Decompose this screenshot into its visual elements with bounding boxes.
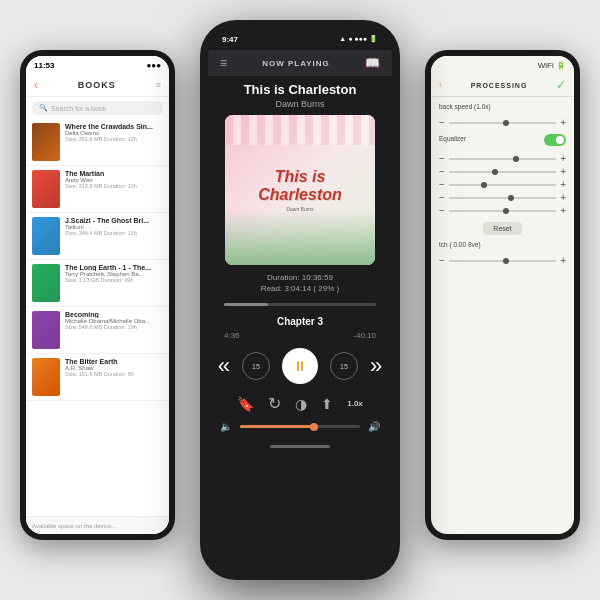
book-title: The Martian xyxy=(65,170,163,177)
book-cover xyxy=(32,311,60,349)
book-info: Where the Crawdads Sin... Delia Owens Si… xyxy=(65,123,163,142)
pause-button[interactable]: ⏸ xyxy=(282,348,318,384)
airplay-button[interactable]: ⬆ xyxy=(321,396,333,412)
right-back-icon[interactable]: ‹ xyxy=(439,80,442,90)
album-title: This is Charleston xyxy=(258,168,342,203)
sort-icon[interactable]: ≡ xyxy=(156,80,161,90)
reset-button[interactable]: Reset xyxy=(483,222,521,235)
volume-fill xyxy=(240,425,312,428)
eq-minus-3[interactable]: − xyxy=(439,180,445,190)
back15-label: 15 xyxy=(252,363,260,370)
scene: 11:53 ●●● ‹ BOOKS ≡ 🔍 Search for a book … xyxy=(20,20,580,580)
book-info: J.Scalzi - The Ghost Bri... Tallium Size… xyxy=(65,217,163,236)
volume-bar[interactable] xyxy=(240,425,360,428)
pitch-minus[interactable]: − xyxy=(439,256,445,266)
time-elapsed: 4:36 xyxy=(224,331,240,340)
phone-right: WiFi 🔋 ‹ PROCESSING ✓ back speed (1.0x) … xyxy=(425,50,580,540)
books-title: BOOKS xyxy=(78,80,116,90)
list-item[interactable]: The Martian Andy Weir Size: 313.8 MB Dur… xyxy=(26,166,169,213)
eq-minus-2[interactable]: − xyxy=(439,167,445,177)
album-building xyxy=(225,210,375,265)
speed-button[interactable]: 1.0x xyxy=(347,399,363,408)
progress-fill xyxy=(224,303,268,306)
playback-speed-label: back speed (1.0x) xyxy=(439,103,491,110)
home-indicator xyxy=(208,432,392,452)
book-title: The Bitter Earth xyxy=(65,358,163,365)
list-item[interactable]: The Bitter Earth A.R. Shaw Size: 151.6 M… xyxy=(26,354,169,401)
minus-btn[interactable]: − xyxy=(439,118,445,128)
volume-knob[interactable] xyxy=(310,423,318,431)
fwd15-button[interactable]: 15 xyxy=(330,352,358,380)
sleep-button[interactable]: ◑ xyxy=(295,396,307,412)
time-row: 4:36 -40:10 xyxy=(208,331,392,340)
footer-bar: Available space on the device... xyxy=(26,516,169,534)
center-status-bar: 9:47 ▲ ● ●●● 🔋 xyxy=(208,28,392,50)
list-item[interactable]: The Long Earth - 1 - The... Terry Pratch… xyxy=(26,260,169,307)
album-art: This is Charleston Dawn Burns xyxy=(225,115,375,265)
center-screen: 9:47 ▲ ● ●●● 🔋 ≡ NOW PLAYING 📖 This is C… xyxy=(208,28,392,572)
list-item[interactable]: J.Scalzi - The Ghost Bri... Tallium Size… xyxy=(26,213,169,260)
fwd15-label: 15 xyxy=(340,363,348,370)
search-placeholder: Search for a book xyxy=(51,105,106,112)
book-meta: Size: 313.8 MB Duration: 10h xyxy=(65,183,163,189)
book-cover xyxy=(32,217,60,255)
vol-high-icon: 🔊 xyxy=(368,421,380,432)
playback-speed-row: back speed (1.0x) xyxy=(439,103,566,110)
eq-minus-4[interactable]: − xyxy=(439,193,445,203)
book-info: The Martian Andy Weir Size: 313.8 MB Dur… xyxy=(65,170,163,189)
read-info: Read: 3:04:14 ( 29% ) xyxy=(208,284,392,293)
book-cover xyxy=(32,123,60,161)
book-meta: Size: 346.4 MB Duration: 11h xyxy=(65,230,163,236)
center-book-author: Dawn Burns xyxy=(208,99,392,109)
eq-plus-1[interactable]: + xyxy=(560,154,566,164)
vol-low-icon: 🔈 xyxy=(220,421,232,432)
right-header: ‹ PROCESSING ✓ xyxy=(431,74,574,97)
eq-minus-1[interactable]: − xyxy=(439,154,445,164)
phone-center: 9:47 ▲ ● ●●● 🔋 ≡ NOW PLAYING 📖 This is C… xyxy=(200,20,400,580)
book-title: The Long Earth - 1 - The... xyxy=(65,264,163,271)
book-icon[interactable]: 📖 xyxy=(365,56,380,70)
search-bar[interactable]: 🔍 Search for a book xyxy=(32,101,163,115)
eq-plus-4[interactable]: + xyxy=(560,193,566,203)
rewind-button[interactable]: « xyxy=(218,353,230,379)
home-bar[interactable] xyxy=(270,445,330,448)
center-header: ≡ NOW PLAYING 📖 xyxy=(208,50,392,76)
eq-plus-5[interactable]: + xyxy=(560,206,566,216)
book-meta: Size: 351.6 MB Duration: 12h xyxy=(65,136,163,142)
plus-btn[interactable]: + xyxy=(560,118,566,128)
playback-controls: « 15 ⏸ 15 » xyxy=(208,348,392,384)
center-book-title: This is Charleston xyxy=(208,76,392,99)
time-remaining: -40:10 xyxy=(353,331,376,340)
eq-header-row: Equalizer xyxy=(439,134,566,146)
left-time: 11:53 xyxy=(34,61,54,70)
book-info: The Long Earth - 1 - The... Terry Pratch… xyxy=(65,264,163,283)
pitch-row: tch ( 0.00 8ve) xyxy=(439,241,566,248)
eq-minus-5[interactable]: − xyxy=(439,206,445,216)
repeat-button[interactable]: ↻ xyxy=(268,394,281,413)
list-item[interactable]: Becoming Michelle Obama/Michelle Oba... … xyxy=(26,307,169,354)
center-time: 9:47 xyxy=(222,35,238,44)
album-art-inner: This is Charleston Dawn Burns xyxy=(225,115,375,265)
book-meta: Size: 548.8 MB Duration: 19h xyxy=(65,324,163,330)
eq-toggle[interactable] xyxy=(544,134,566,146)
book-title: Becoming xyxy=(65,311,163,318)
book-title: J.Scalzi - The Ghost Bri... xyxy=(65,217,163,224)
book-meta: Size: 151.6 MB Duration: 5h xyxy=(65,371,163,377)
book-list: Where the Crawdads Sin... Delia Owens Si… xyxy=(26,119,169,401)
left-header: ‹ BOOKS ≡ xyxy=(26,74,169,97)
eq-plus-2[interactable]: + xyxy=(560,167,566,177)
menu-icon[interactable]: ≡ xyxy=(220,56,227,70)
back-icon[interactable]: ‹ xyxy=(34,78,38,92)
book-info: The Bitter Earth A.R. Shaw Size: 151.6 M… xyxy=(65,358,163,377)
pitch-label: tch ( 0.00 8ve) xyxy=(439,241,481,248)
pitch-plus[interactable]: + xyxy=(560,256,566,266)
pause-icon: ⏸ xyxy=(293,358,307,374)
forward-button[interactable]: » xyxy=(370,353,382,379)
list-item[interactable]: Where the Crawdads Sin... Delia Owens Si… xyxy=(26,119,169,166)
check-icon[interactable]: ✓ xyxy=(556,78,566,92)
eq-plus-3[interactable]: + xyxy=(560,180,566,190)
back15-button[interactable]: 15 xyxy=(242,352,270,380)
right-status-bar: WiFi 🔋 xyxy=(431,56,574,74)
bookmark-button[interactable]: 🔖 xyxy=(237,396,254,412)
progress-bar[interactable] xyxy=(224,303,376,306)
